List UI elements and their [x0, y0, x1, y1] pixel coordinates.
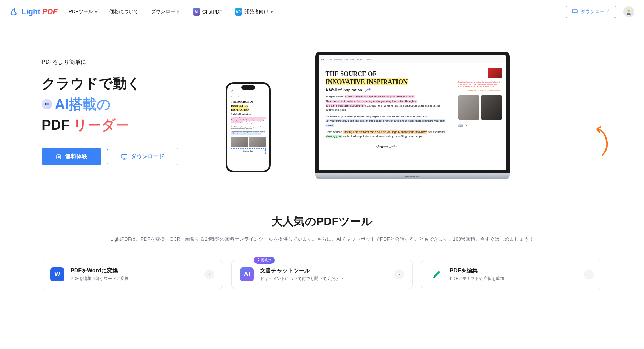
phone-notch	[241, 85, 255, 90]
doc-subtitle: A Wall of Inspiration	[231, 113, 266, 116]
download-button-header[interactable]: ダウンロード	[566, 6, 616, 18]
arrow-decoration-icon	[592, 124, 613, 159]
sidebar-note: Books are a rich source of innovative id…	[458, 89, 502, 91]
title-ai-text: AI搭載の	[55, 94, 111, 114]
tool-info: 文書チャットツール ドキュメントについて何でも聞いてください。	[260, 267, 388, 282]
cta-label: ダウンロード	[131, 153, 164, 160]
image-placeholder	[458, 95, 479, 120]
doc-highlight: INNOVATIVE INSPIRATION	[231, 105, 249, 111]
avatar-icon	[625, 8, 632, 15]
svg-point-4	[45, 103, 47, 105]
header-right: ダウンロード	[566, 6, 634, 18]
tools-description: LightPDFは、PDFを変換・OCR・編集する24種類の無料オンラインツール…	[42, 236, 602, 242]
laptop-doc: THE SOURCE OF INNOVATIVE INSPIRATION A W…	[319, 63, 454, 173]
logo[interactable]: LightPDF	[10, 7, 58, 17]
laptop-base: MacBook Pro	[315, 173, 510, 179]
chevron-down-icon: ▾	[271, 10, 273, 14]
arrow-right-icon: ›	[394, 270, 404, 279]
text-icon: T	[231, 96, 232, 99]
image-placeholder	[481, 95, 502, 120]
strike-icon: T	[237, 96, 239, 99]
word-icon: W	[50, 267, 64, 281]
tool-card-edit[interactable]: PDFを編集 PDFにテキストや注釈を追加 ›	[421, 260, 602, 289]
ai-robot-icon	[42, 99, 52, 109]
mouse-icon: 🖱	[465, 124, 468, 128]
title-line-1: クラウドで動く	[42, 73, 208, 94]
svg-point-3	[628, 10, 630, 12]
toolbar-item: Page	[350, 58, 354, 60]
api-badge-icon: API	[235, 8, 242, 16]
arrow-right-icon: ›	[584, 270, 594, 279]
hero-devices: ↗ T T T THE SOURCE OF INNOVATIVE INSPIRA…	[222, 52, 602, 179]
hero-title: クラウドで動く AI搭載の PDF リーダー	[42, 73, 208, 135]
ai-badge: AI搭載の	[254, 257, 274, 264]
sidebar-icons: ⌨ 🖱	[458, 124, 502, 128]
logo-icon	[10, 7, 19, 17]
toolbar-item: Edit	[345, 58, 348, 60]
nav-pdf-tools[interactable]: PDFツール ▾	[69, 9, 97, 15]
tools-section: 大人気のPDFツール LightPDFは、PDFを変換・OCR・編集する24種類…	[0, 193, 644, 310]
nav-label: ダウンロード	[151, 9, 180, 15]
tools-title: 大人気のPDFツール	[42, 214, 602, 229]
header-left: LightPDF PDFツール ▾ 価格について ダウンロード AI ChatP…	[10, 7, 273, 17]
tool-title: PDFをWordに変換	[70, 267, 198, 274]
nav-download[interactable]: ダウンロード	[151, 9, 180, 15]
sidebar-images	[458, 93, 502, 122]
ai-sparkle-icon: AI	[56, 154, 62, 160]
svg-rect-8	[122, 154, 127, 158]
image-placeholder	[249, 137, 266, 147]
svg-point-5	[47, 103, 49, 105]
main-header: LightPDF PDFツール ▾ 価格について ダウンロード AI ChatP…	[0, 0, 644, 24]
free-trial-button[interactable]: AI 無料体験	[42, 148, 101, 165]
hero-text: PDFをより簡単に クラウドで動く AI搭載の PDF リーダー AI 無料体験	[42, 52, 208, 179]
tool-info: PDFをWordに変換 PDFを編集可能なワードに変換	[70, 267, 198, 282]
tool-subtitle: PDFにテキストや注釈を追加	[450, 276, 578, 282]
tool-info: PDFを編集 PDFにテキストや注釈を追加	[450, 267, 578, 282]
nav-pricing[interactable]: 価格について	[109, 9, 139, 15]
tool-card-chat[interactable]: AI搭載の AI 文書チャットツール ドキュメントについて何でも聞いてください。…	[231, 260, 412, 289]
laptop-sidebar: Reading allows you to tap into the wisdo…	[454, 63, 506, 173]
arrow-right-icon: ›	[204, 270, 214, 279]
nav-label: 開発者向け	[244, 9, 269, 15]
nav-label: PDFツール	[69, 9, 93, 15]
edit-icon	[430, 267, 444, 281]
cta-label: 無料体験	[65, 153, 87, 160]
phone-mockup: ↗ T T T THE SOURCE OF INNOVATIVE INSPIRA…	[226, 82, 271, 172]
toolbar-item: Convert	[366, 58, 372, 60]
laptop-mockup: File Home Comment Edit Page Protect Conv…	[315, 52, 510, 179]
doc-body-phone: a massive wall of inspiration next to yo…	[231, 117, 266, 135]
tool-title: 文書チャットツール	[260, 267, 388, 274]
toolbar-item: Comment	[334, 58, 342, 60]
laptop-screen: File Home Comment Edit Page Protect Conv…	[315, 52, 510, 173]
user-avatar[interactable]	[623, 6, 634, 17]
underline-icon: T	[234, 96, 236, 99]
svg-text:AI: AI	[57, 155, 60, 159]
doc-body: Imagine having a massive wall of inspira…	[326, 95, 447, 139]
tool-subtitle: PDFを編集可能なワードに変換	[70, 276, 198, 282]
phone-tools: T T T	[231, 96, 266, 99]
doc-title: THE SOURCE OF	[231, 100, 266, 104]
toolbar-item: Home	[327, 58, 332, 60]
doc-title: THE SOURCE OF	[326, 70, 447, 78]
nav-label: 価格について	[109, 9, 139, 15]
toolbar-item: File	[321, 58, 324, 60]
tool-title: PDFを編集	[450, 267, 578, 274]
title-line-3: PDF リーダー	[42, 114, 208, 135]
signature-box: Shaista Rahi	[326, 142, 447, 153]
nav-chatpdf[interactable]: AI ChatPDF	[193, 8, 223, 16]
signature-box: Shaista Rahi	[231, 148, 266, 154]
hero-subtitle: PDFをより簡単に	[42, 59, 208, 66]
logo-text-light: Light	[22, 7, 40, 16]
monitor-icon	[121, 154, 127, 160]
ai-badge-icon: AI	[193, 8, 200, 16]
download-button-hero[interactable]: ダウンロード	[107, 148, 178, 165]
monitor-icon	[572, 9, 578, 15]
nav-developer[interactable]: API 開発者向け ▾	[235, 8, 273, 16]
hero-cta: AI 無料体験 ダウンロード	[42, 148, 208, 165]
download-label: ダウンロード	[580, 9, 610, 15]
svg-rect-0	[572, 10, 577, 13]
tool-card-pdf-to-word[interactable]: W PDFをWordに変換 PDFを編集可能なワードに変換 ›	[42, 260, 223, 289]
title-pdf: PDF	[42, 117, 69, 133]
phone-images	[231, 137, 266, 147]
sidebar-note: Reading allows you to tap into the wisdo…	[458, 81, 502, 88]
